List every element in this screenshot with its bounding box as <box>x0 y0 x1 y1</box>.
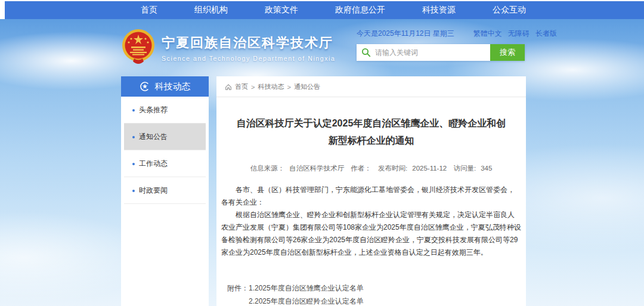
current-date: 今天是2025年11月12日 星期三 <box>357 29 454 39</box>
search-box <box>357 44 490 61</box>
site-title: 宁夏回族自治区科学技术厅 <box>162 34 335 52</box>
sidebar-title: 科技动态 <box>155 81 191 92</box>
breadcrumb-notices[interactable]: 通知公告 <box>294 82 320 91</box>
sidebar-item-label: 工作动态 <box>139 159 168 169</box>
meta-source-value: 自治区科学技术厅 <box>289 165 344 172</box>
search-icon <box>361 48 371 57</box>
attachments-label: 附件： <box>227 282 249 306</box>
nav-item-organization[interactable]: 组织机构 <box>194 5 228 16</box>
article-title: 自治区科技厅关于认定2025年度自治区雏鹰企业、瞪羚企业和创新型标杆企业的通知 <box>237 115 506 150</box>
site-header: 宁夏回族自治区科学技术厅 Science and Technology Depa… <box>0 19 644 67</box>
link-accessibility[interactable]: 无障碍 <box>508 29 530 39</box>
search-bar: 搜索 <box>357 44 525 61</box>
meta-author-label: 作者： <box>351 165 371 172</box>
meta-views-value: 345 <box>481 165 492 172</box>
content-area: 科技动态 头条推荐 通知公告 工作动态 时政要闻 <box>121 76 644 306</box>
circle-star-icon <box>140 81 150 92</box>
sidebar-item-label: 头条推荐 <box>139 105 168 115</box>
sidebar-item-notices[interactable]: 通知公告 <box>124 123 206 150</box>
site-subtitle: Science and Technology Department of Nin… <box>162 55 335 62</box>
sidebar-item-label: 时政要闻 <box>139 186 168 196</box>
breadcrumb-separator: > <box>287 84 290 91</box>
bullet-dot-icon <box>132 190 135 192</box>
attachment-link-gazelle-list[interactable]: 2.2025年度自治区瞪羚企业认定名单 <box>249 295 385 306</box>
nav-item-policy-documents[interactable]: 政策文件 <box>265 5 298 16</box>
page-background: 宁夏回族自治区科学技术厅 Science and Technology Depa… <box>0 19 644 306</box>
link-elder-version[interactable]: 长者版 <box>535 29 557 39</box>
sidebar-item-political-news[interactable]: 时政要闻 <box>124 177 206 204</box>
article-paragraph: 根据自治区雏鹰企业、瞪羚企业和创新型标杆企业认定管理有关规定，决定认定半亩良人农… <box>221 209 521 259</box>
top-navigation: 首页 组织机构 政策文件 政府信息公开 科技资源 公众互动 <box>5 1 644 19</box>
attachments-section: 附件： 1.2025年度自治区雏鹰企业认定名单 2.2025年度自治区瞪羚企业认… <box>227 282 526 306</box>
site-brand: 宁夏回族自治区科学技术厅 Science and Technology Depa… <box>121 29 335 67</box>
brand-text: 宁夏回族自治区科学技术厅 Science and Technology Depa… <box>162 34 335 62</box>
sidebar-item-work-trends[interactable]: 工作动态 <box>124 150 206 177</box>
breadcrumb-separator: > <box>251 84 255 91</box>
home-icon <box>225 84 232 91</box>
search-input[interactable] <box>375 48 490 57</box>
sidebar: 科技动态 头条推荐 通知公告 工作动态 时政要闻 <box>121 76 209 306</box>
nav-item-sci-tech-resources[interactable]: 科技资源 <box>422 5 456 16</box>
meta-time-label: 发布时间: <box>378 165 407 172</box>
nav-item-public-interaction[interactable]: 公众互动 <box>493 5 526 16</box>
article-panel: 首页 > 科技动态 > 通知公告 自治区科技厅关于认定2025年度自治区雏鹰企业… <box>216 76 526 306</box>
bullet-dot-icon <box>132 136 135 138</box>
article-body: 各市、县（区）科技管理部门，宁东能源化工基地管委会，银川经济技术开发区管委会，各… <box>221 184 521 259</box>
breadcrumb-home[interactable]: 首页 <box>235 82 248 91</box>
sidebar-item-label: 通知公告 <box>139 132 168 142</box>
breadcrumb-sci-trends[interactable]: 科技动态 <box>258 82 284 91</box>
meta-time-value: 2025-11-12 <box>412 165 447 172</box>
attachments-list: 1.2025年度自治区雏鹰企业认定名单 2.2025年度自治区瞪羚企业认定名单 … <box>249 282 385 306</box>
search-button[interactable]: 搜索 <box>490 44 525 61</box>
sidebar-item-headlines[interactable]: 头条推荐 <box>124 97 206 123</box>
article-meta: 信息来源：自治区科学技术厅 作者： 发布时间:2025-11-12 访问量:34… <box>216 164 526 173</box>
sidebar-header: 科技动态 <box>121 76 209 97</box>
utility-links-row: 今天是2025年11月12日 星期三 繁體中文 无障碍 长者版 <box>357 29 525 39</box>
header-utility: 今天是2025年11月12日 星期三 繁體中文 无障碍 长者版 搜索 <box>357 29 525 67</box>
national-emblem-logo <box>121 29 156 67</box>
article-paragraph: 各市、县（区）科技管理部门，宁东能源化工基地管委会，银川经济技术开发区管委会，各… <box>221 184 521 209</box>
link-traditional-chinese[interactable]: 繁體中文 <box>473 29 502 39</box>
nav-item-gov-info-disclosure[interactable]: 政府信息公开 <box>335 5 385 16</box>
meta-source-label: 信息来源： <box>250 165 285 172</box>
meta-views-label: 访问量: <box>453 165 476 172</box>
bullet-dot-icon <box>132 109 135 112</box>
bullet-dot-icon <box>132 163 135 165</box>
attachment-link-eagle-list[interactable]: 1.2025年度自治区雏鹰企业认定名单 <box>249 282 385 295</box>
breadcrumb: 首页 > 科技动态 > 通知公告 <box>216 76 526 97</box>
nav-item-home[interactable]: 首页 <box>141 5 157 16</box>
